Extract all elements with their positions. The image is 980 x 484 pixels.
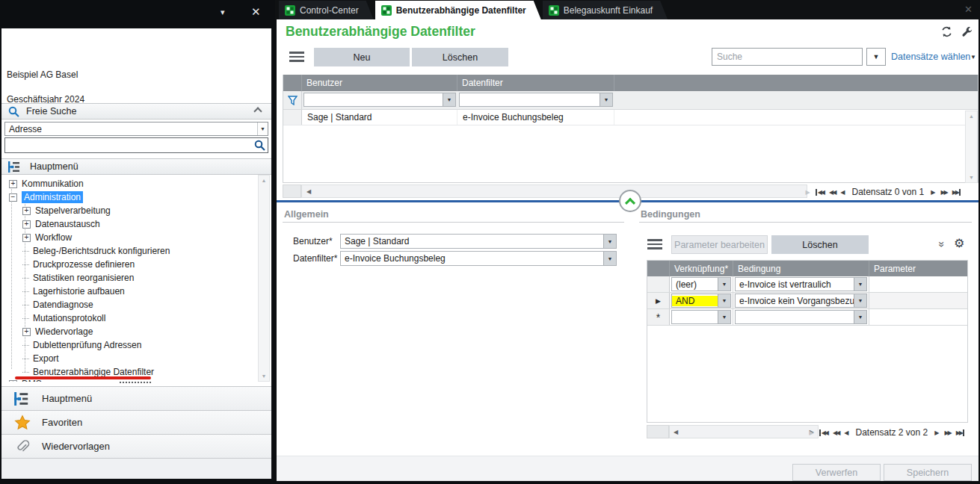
tab-benutzerabhaengige-datenfilter[interactable]: Benutzerabhängige Datenfilter: [375, 1, 541, 19]
tree-item-datenaustausch[interactable]: +Datenaustausch: [3, 217, 256, 231]
nav-next-icon[interactable]: ▶: [931, 189, 935, 196]
nav-next-page-icon[interactable]: ▶▶: [944, 429, 950, 436]
row-gutter[interactable]: [283, 110, 302, 125]
verknuepfung-combo[interactable]: ▼: [671, 310, 731, 324]
verknuepfung-combo[interactable]: (leer)▼: [671, 277, 731, 291]
edit-parameter-button[interactable]: Parameter bearbeiten: [671, 235, 768, 254]
scroll-left-icon[interactable]: ◀: [674, 429, 678, 435]
nav-last-icon[interactable]: ▶▶: [952, 189, 961, 196]
expand-plus-icon[interactable]: +: [22, 234, 31, 242]
tree-item-administration[interactable]: −Administration: [3, 190, 256, 204]
expand-plus-icon[interactable]: +: [9, 380, 17, 382]
condition-row[interactable]: ▶ AND▼ e-Invoice kein Vorgangsbezug▼: [647, 293, 967, 309]
chevron-down-icon[interactable]: ▼: [603, 252, 616, 265]
sidebar-close-icon[interactable]: ✕: [251, 5, 261, 19]
discard-button[interactable]: Verwerfen: [792, 464, 881, 481]
grid-horizontal-scrollbar[interactable]: ◀: [301, 184, 807, 198]
grid-header-datenfilter[interactable]: Datenfilter: [457, 75, 614, 91]
condition-new-row[interactable]: * ▼ ▼: [647, 309, 967, 326]
gear-icon[interactable]: ⚙: [954, 236, 964, 250]
nav-last-icon[interactable]: ▶▶: [956, 429, 964, 436]
free-search-header[interactable]: Freie Suche: [1, 103, 271, 120]
delete-condition-button[interactable]: Löschen: [771, 235, 869, 254]
cell-benutzer[interactable]: Sage | Standard: [302, 110, 457, 125]
nav-prev-icon[interactable]: ◀: [840, 189, 845, 196]
benutzer-filter-combo[interactable]: ▼: [303, 93, 456, 107]
close-icon[interactable]: ✕: [964, 4, 973, 15]
nav-next-icon[interactable]: ▶: [934, 429, 939, 436]
tree-item-lagerhistorie[interactable]: Lagerhistorie aufbauen: [3, 285, 256, 298]
conditions-header-bedingung[interactable]: Bedingung: [733, 261, 869, 276]
parameter-cell[interactable]: [869, 276, 967, 292]
nav-first-icon[interactable]: ◀◀: [816, 189, 824, 196]
nav-prev-page-icon[interactable]: ◀◀: [829, 189, 835, 196]
tree-item-workflow[interactable]: +Workflow: [3, 231, 256, 244]
grid-header-benutzer[interactable]: Benutzer: [302, 75, 457, 91]
tree-item-export[interactable]: Export: [3, 352, 256, 365]
sidebar-panel-hauptmenu[interactable]: Hauptmenü: [1, 386, 271, 410]
condition-row[interactable]: (leer)▼ e-Invoice ist vertraulich▼: [647, 276, 967, 293]
scroll-up-icon[interactable]: ▲: [969, 114, 974, 119]
tree-scrollbar[interactable]: ▲ ▼: [258, 175, 270, 382]
nav-first-icon[interactable]: ◀◀: [819, 429, 828, 436]
scroll-up-icon[interactable]: ▲: [262, 178, 267, 183]
expand-plus-icon[interactable]: +: [22, 328, 31, 336]
chevron-up-icon[interactable]: [253, 107, 262, 115]
sidebar-collapse-icon[interactable]: ▾: [221, 7, 225, 17]
datenfilter-filter-combo[interactable]: ▼: [459, 93, 613, 107]
nav-detail-icon[interactable]: ▶: [806, 189, 810, 196]
collapse-minus-icon[interactable]: −: [9, 193, 17, 202]
tab-control-center[interactable]: Control-Center: [279, 1, 374, 19]
scroll-down-icon[interactable]: ▼: [969, 175, 974, 180]
nav-prev-icon[interactable]: ◀: [844, 429, 848, 436]
sidebar-panel-favoriten[interactable]: Favoriten: [1, 410, 271, 434]
expand-plus-icon[interactable]: +: [9, 180, 17, 188]
refresh-icon[interactable]: [940, 25, 953, 41]
tree-item-kommunikation[interactable]: +Kommunikation: [3, 177, 256, 190]
sidebar-panel-wiedervorlagen[interactable]: Wiedervorlagen: [1, 434, 271, 458]
tree-item-statistiken[interactable]: Statistiken reorganisieren: [3, 271, 256, 285]
chevron-down-icon[interactable]: ▼: [718, 311, 730, 323]
search-input[interactable]: [712, 49, 862, 65]
parameter-cell[interactable]: [869, 309, 967, 325]
nav-next-page-icon[interactable]: ▶▶: [940, 189, 946, 196]
tree-item-wiedervorlage[interactable]: +Wiedervorlage: [3, 325, 256, 338]
chevron-down-icon[interactable]: ▼: [718, 278, 730, 291]
save-button[interactable]: Speichern: [884, 464, 972, 481]
chevron-down-icon[interactable]: ▼: [854, 278, 866, 291]
search-submit-icon[interactable]: [254, 140, 265, 151]
chevron-down-icon[interactable]: ▼: [970, 54, 976, 60]
tree-item-druckprozesse[interactable]: Druckprozesse definieren: [3, 258, 256, 271]
chevron-down-icon[interactable]: ▼: [443, 93, 455, 106]
table-row[interactable]: Sage | Standard e-Invoice Buchungsbeleg: [283, 110, 978, 125]
parameter-cell[interactable]: [869, 293, 967, 308]
menu-hamburger-icon[interactable]: [647, 239, 662, 249]
search-category-select[interactable]: Adresse ▼: [4, 122, 268, 136]
double-chevron-down-icon[interactable]: «: [934, 241, 946, 247]
grid-vertical-scrollbar[interactable]: ▲ ▼: [965, 111, 978, 183]
menu-hamburger-icon[interactable]: [289, 52, 304, 62]
conditions-header-parameter[interactable]: Parameter: [869, 261, 967, 276]
mainmenu-header[interactable]: Hauptmenü: [1, 158, 271, 175]
chevron-down-icon[interactable]: ▼: [854, 311, 866, 323]
tab-belegauskunft-einkauf[interactable]: Belegauskunft Einkauf: [543, 1, 668, 19]
tree-item-belegdruck[interactable]: Beleg-/Berichtsdruck konfigurieren: [3, 244, 256, 258]
delete-button[interactable]: Löschen: [412, 48, 508, 66]
chevron-down-icon[interactable]: ▼: [718, 294, 730, 307]
wrench-icon[interactable]: [961, 26, 973, 41]
chevron-down-icon[interactable]: ▼: [603, 235, 616, 248]
bedingung-combo[interactable]: ▼: [735, 310, 867, 324]
tree-item-stapelverarbeitung[interactable]: +Stapelverarbeitung: [3, 204, 256, 217]
bedingung-combo[interactable]: e-Invoice ist vertraulich▼: [735, 277, 867, 291]
scroll-left-icon[interactable]: ◀: [306, 188, 311, 195]
chevron-down-icon[interactable]: ▼: [257, 122, 268, 135]
chevron-down-icon[interactable]: ▼: [854, 294, 866, 307]
conditions-horizontal-scrollbar[interactable]: ◀ ▶: [669, 425, 819, 438]
datenfilter-field-combo[interactable]: e-Invoice Buchungsbeleg ▼: [340, 251, 617, 266]
expand-plus-icon[interactable]: +: [22, 207, 31, 215]
collapse-detail-button[interactable]: [619, 190, 641, 212]
scroll-down-icon[interactable]: ▼: [262, 373, 267, 379]
nav-prev-page-icon[interactable]: ◀◀: [833, 429, 839, 436]
bedingung-combo[interactable]: e-Invoice kein Vorgangsbezug▼: [735, 294, 867, 308]
conditions-header-verknuepfung[interactable]: Verknüpfung*: [670, 261, 733, 276]
